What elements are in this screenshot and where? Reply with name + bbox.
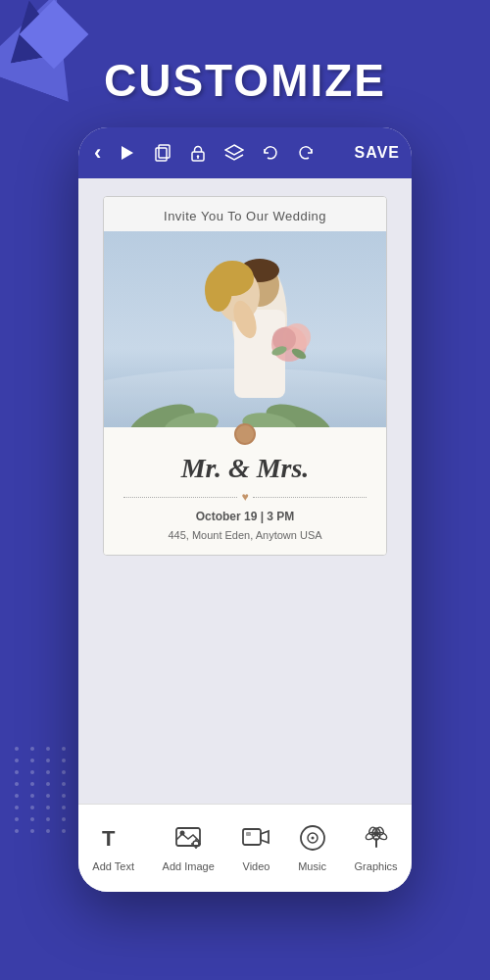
add-text-icon: T — [100, 824, 127, 856]
layers-icon — [224, 144, 244, 162]
svg-text:T: T — [102, 826, 116, 851]
redo-button[interactable] — [293, 142, 318, 164]
svg-rect-34 — [243, 829, 261, 845]
svg-rect-1 — [156, 148, 167, 161]
bottom-nav: T Add Text Add Image — [78, 804, 412, 892]
toolbar: ‹ — [78, 127, 412, 178]
graphics-label: Graphics — [355, 860, 398, 872]
nav-item-add-image[interactable]: Add Image — [153, 816, 224, 880]
layers-button[interactable] — [220, 142, 248, 164]
svg-point-28 — [180, 831, 185, 836]
nav-item-graphics[interactable]: Graphics — [345, 816, 408, 880]
add-text-label: Add Text — [92, 860, 134, 872]
card-date: October 19 | 3 PM — [104, 506, 386, 527]
nav-item-music[interactable]: Music — [288, 816, 336, 880]
play-icon — [119, 144, 136, 162]
svg-marker-0 — [122, 146, 133, 160]
page-title: CUSTOMIZE — [0, 54, 490, 107]
lock-icon — [189, 144, 207, 162]
card-address: 445, Mount Eden, Anytown USA — [104, 527, 386, 555]
dots-pattern — [15, 747, 70, 833]
undo-icon — [262, 144, 279, 162]
nav-item-video[interactable]: Video — [232, 816, 279, 880]
svg-point-39 — [311, 837, 314, 840]
nav-item-add-text[interactable]: T Add Text — [82, 816, 144, 880]
svg-point-15 — [205, 269, 232, 312]
play-button[interactable] — [115, 142, 140, 164]
card-photo — [104, 231, 386, 427]
svg-marker-35 — [261, 831, 269, 843]
add-image-icon — [174, 824, 202, 856]
wedding-card: Invite You To Our Wedding — [103, 196, 387, 556]
svg-marker-6 — [225, 145, 243, 155]
phone-frame: ‹ — [78, 127, 412, 892]
svg-rect-36 — [246, 832, 251, 836]
copy-button[interactable] — [150, 142, 175, 164]
photo-foliage — [104, 388, 386, 427]
video-icon — [242, 824, 270, 856]
couple-name: Mr. & Mrs. — [104, 445, 386, 488]
back-button[interactable]: ‹ — [90, 138, 105, 168]
copy-icon — [154, 144, 172, 162]
redo-icon — [297, 144, 315, 162]
music-label: Music — [298, 860, 326, 872]
foliage-svg — [104, 388, 386, 427]
music-icon — [299, 824, 326, 856]
svg-rect-2 — [159, 145, 170, 158]
add-image-label: Add Image — [163, 860, 215, 872]
lock-button[interactable] — [185, 142, 211, 164]
svg-point-46 — [373, 832, 378, 837]
card-floral — [104, 427, 386, 445]
floral-circle — [234, 423, 256, 445]
dotted-divider: ♥ — [104, 488, 386, 506]
undo-button[interactable] — [258, 142, 283, 164]
phone-content: Invite You To Our Wedding — [78, 178, 412, 804]
heart-icon: ♥ — [241, 490, 248, 504]
graphics-icon — [363, 824, 390, 856]
video-label: Video — [243, 860, 270, 872]
card-header: Invite You To Our Wedding — [104, 197, 386, 231]
save-button[interactable]: SAVE — [355, 144, 400, 162]
